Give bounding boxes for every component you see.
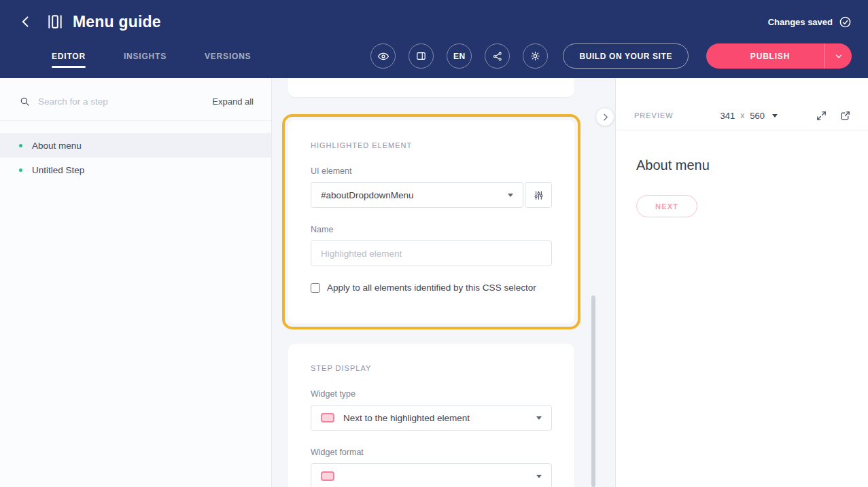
step-item-about-menu[interactable]: About menu bbox=[0, 133, 271, 158]
layout-panel-icon bbox=[415, 50, 427, 62]
preview-eye-button[interactable] bbox=[370, 43, 396, 69]
widget-type-label: Widget type bbox=[311, 389, 552, 399]
expand-preview-button[interactable] bbox=[816, 110, 827, 122]
header-actions: EN BUILD ON YOUR SITE PUBLISH bbox=[358, 43, 852, 69]
ui-element-select-value: #aboutDropdownMenu bbox=[321, 190, 414, 200]
step-status-dot bbox=[19, 168, 22, 172]
language-button[interactable]: EN bbox=[447, 43, 472, 69]
preview-step-title: About menu bbox=[636, 158, 848, 173]
step-list: About menu Untitled Step bbox=[0, 133, 271, 182]
ui-element-label: UI element bbox=[311, 166, 552, 176]
preview-next-button[interactable]: NEXT bbox=[636, 195, 697, 217]
settings-button[interactable] bbox=[523, 43, 548, 69]
tab-insights-label: INSIGHTS bbox=[124, 52, 167, 61]
widget-type-select-value: Next to the highlighted element bbox=[343, 413, 470, 423]
step-status-dot bbox=[19, 144, 22, 147]
publish-button[interactable]: PUBLISH bbox=[706, 43, 824, 69]
widget-type-select[interactable]: Next to the highlighted element bbox=[311, 405, 552, 431]
gear-icon bbox=[530, 50, 541, 62]
preview-height-value: 560 bbox=[750, 111, 765, 121]
step-display-card: STEP DISPLAY Widget type Next to the hig… bbox=[288, 344, 574, 487]
highlighted-element-section-title: HIGHLIGHTED ELEMENT bbox=[311, 141, 552, 149]
element-name-input[interactable] bbox=[311, 240, 552, 266]
tooltip-widget-icon bbox=[321, 471, 334, 481]
step-search-row: Expand all bbox=[0, 78, 271, 121]
tab-versions-label: VERSIONS bbox=[205, 52, 251, 61]
editor-scrollbar-thumb[interactable] bbox=[591, 295, 595, 487]
share-icon bbox=[492, 51, 503, 62]
tab-insights[interactable]: INSIGHTS bbox=[124, 52, 167, 61]
element-selector-settings-button[interactable] bbox=[525, 182, 552, 208]
apply-all-checkbox-label: Apply to all elements identified by this… bbox=[327, 283, 536, 293]
changes-saved-status: Changes saved bbox=[768, 16, 852, 29]
apply-all-checkbox[interactable] bbox=[311, 283, 320, 293]
highlight-selection-ring: HIGHLIGHTED ELEMENT UI element #aboutDro… bbox=[282, 114, 580, 329]
chevron-down-icon bbox=[834, 52, 844, 61]
caret-down-icon bbox=[536, 475, 542, 478]
previous-settings-card-edge bbox=[288, 78, 574, 97]
steps-sidebar: Expand all About menu Untitled Step bbox=[0, 78, 272, 487]
back-button[interactable] bbox=[16, 12, 35, 31]
collapse-preview-button[interactable] bbox=[595, 107, 614, 126]
tab-editor-label: EDITOR bbox=[52, 52, 86, 61]
app-root: Menu guide Changes saved EDITOR INSIGHTS… bbox=[0, 0, 868, 487]
tune-sliders-icon bbox=[533, 190, 544, 201]
name-label: Name bbox=[311, 225, 552, 234]
apply-all-row: Apply to all elements identified by this… bbox=[311, 283, 552, 293]
chevron-left-icon bbox=[19, 15, 33, 29]
preview-width-value: 341 bbox=[721, 111, 735, 121]
tab-editor[interactable]: EDITOR bbox=[52, 52, 86, 61]
step-display-section-title: STEP DISPLAY bbox=[311, 364, 552, 372]
search-icon bbox=[19, 96, 31, 107]
tooltip-widget-icon bbox=[321, 413, 334, 422]
chevron-right-icon bbox=[601, 113, 610, 122]
editor-column: HIGHLIGHTED ELEMENT UI element #aboutDro… bbox=[272, 78, 615, 487]
step-item-label: About menu bbox=[32, 141, 82, 151]
header-tabs-row: EDITOR INSIGHTS VERSIONS EN bbox=[0, 43, 868, 78]
publish-button-group: PUBLISH bbox=[706, 43, 852, 69]
check-circle-icon bbox=[839, 16, 852, 29]
preview-body: About menu NEXT bbox=[616, 130, 868, 217]
expand-all-button[interactable]: Expand all bbox=[212, 96, 254, 107]
widget-format-label: Widget format bbox=[311, 448, 552, 457]
header-top-row: Menu guide Changes saved bbox=[0, 0, 868, 43]
language-badge: EN bbox=[453, 52, 466, 61]
caret-down-icon bbox=[772, 114, 778, 118]
caret-down-icon bbox=[508, 194, 513, 197]
tab-versions[interactable]: VERSIONS bbox=[205, 52, 251, 61]
layout-panel-button[interactable] bbox=[409, 43, 434, 69]
share-button[interactable] bbox=[485, 43, 510, 69]
preview-size-separator: x bbox=[740, 111, 744, 120]
step-item-untitled-step[interactable]: Untitled Step bbox=[0, 158, 271, 182]
publish-dropdown-button[interactable] bbox=[825, 43, 852, 69]
preview-panel-title: PREVIEW bbox=[634, 111, 674, 120]
widget-format-select[interactable] bbox=[311, 463, 552, 487]
build-on-your-site-button[interactable]: BUILD ON YOUR SITE bbox=[563, 43, 689, 69]
step-search-input[interactable] bbox=[38, 96, 212, 107]
ui-element-row: #aboutDropdownMenu bbox=[311, 182, 552, 208]
preview-size-select[interactable]: 341 x 560 bbox=[721, 111, 778, 121]
caret-down-icon bbox=[536, 416, 542, 420]
preview-panel: PREVIEW 341 x 560 About menu NEXT bbox=[615, 78, 868, 487]
preview-header-row: PREVIEW 341 x 560 bbox=[616, 101, 868, 130]
expand-arrows-icon bbox=[816, 110, 827, 122]
guide-logo-icon bbox=[46, 13, 64, 31]
page-title: Menu guide bbox=[73, 13, 161, 31]
open-in-new-icon bbox=[839, 110, 851, 122]
open-in-new-button[interactable] bbox=[839, 110, 851, 122]
ui-element-select[interactable]: #aboutDropdownMenu bbox=[311, 182, 523, 208]
eye-icon bbox=[377, 50, 389, 62]
top-header: Menu guide Changes saved EDITOR INSIGHTS… bbox=[0, 0, 868, 78]
step-item-label: Untitled Step bbox=[32, 165, 84, 175]
changes-saved-label: Changes saved bbox=[768, 17, 833, 27]
highlighted-element-card: HIGHLIGHTED ELEMENT UI element #aboutDro… bbox=[288, 120, 574, 323]
